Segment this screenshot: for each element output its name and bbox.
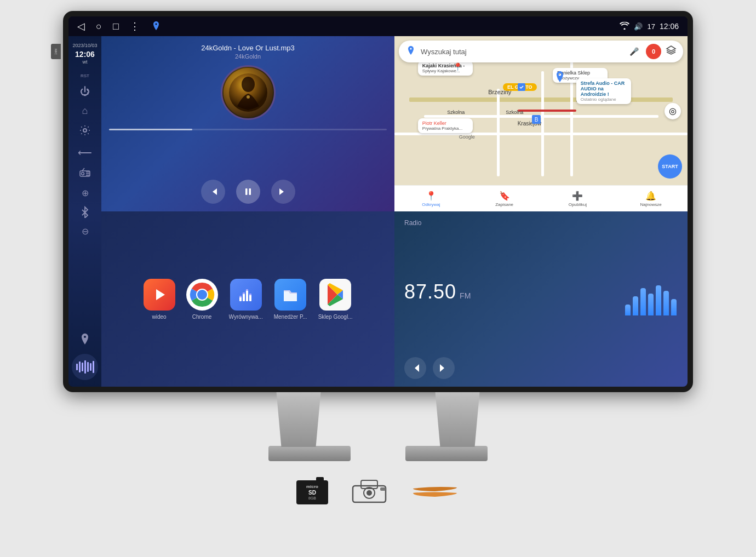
svg-rect-27 [239,297,242,301]
main-content: 2023/10/03 12:06 wt RST ⏻ ⌂ ⟵ [68,36,688,387]
nav-recent-btn[interactable]: □ [113,21,119,32]
svg-point-11 [247,95,250,99]
nav-back-btn[interactable]: ◁ [77,20,85,32]
content-panels: 24kGoldn - Love Or Lust.mp3 24kGoldn [101,36,688,387]
map-bottom-nav: 📍 Odkrywaj 🔖 Zapisane ➕ Opublikuj [394,185,688,211]
stand-foot-right [405,446,488,461]
accessories: micro SD 8GB [296,478,460,507]
screen: ◁ ○ □ ⋮ [68,16,688,387]
svg-rect-34 [249,294,251,295]
home-icon[interactable]: ⌂ [82,105,88,117]
nav-home-btn[interactable]: ○ [96,21,102,32]
radio-band: FM [460,291,471,300]
svg-rect-28 [243,294,245,301]
svg-point-2 [82,172,84,175]
app-equalizer[interactable]: Wyrównywa... [229,279,263,320]
time-display: 12:06 [72,49,97,59]
odkrywaj-icon: 📍 [426,191,437,201]
side-buttons-left: MIC [51,44,61,59]
day-display: wt [72,59,97,66]
app-wideo-label: wideo [152,314,166,320]
volume-icon: 🔊 [634,22,643,31]
svg-rect-30 [249,295,251,301]
music-panel: 24kGoldn - Love Or Lust.mp3 24kGoldn [101,36,394,211]
app-play-label: Sklep Googl... [318,314,353,320]
map-nav-najnowsze[interactable]: 🔔 Najnowsze [614,186,688,211]
nav-maps-btn[interactable] [151,20,162,33]
map-compass-btn[interactable]: ◎ [665,103,681,119]
radio-panel: Radio 87.50 FM [394,211,688,387]
svg-rect-29 [246,290,248,301]
map-pin-2 [555,71,564,84]
stand-arm-left [274,392,323,447]
radio-visualizer [625,283,677,315]
odkrywaj-label: Odkrywaj [422,202,440,207]
radio-next-btn[interactable] [433,357,455,379]
sd-capacity: 8GB [306,496,318,501]
rst-btn[interactable]: RST [81,73,89,78]
svg-point-39 [366,490,372,496]
status-right-icons: 🔊 17 12:06 [620,22,679,31]
wifi-icon [620,22,629,31]
svg-rect-33 [246,289,248,291]
opublikuj-icon: ➕ [572,191,583,201]
map-search-bar: Wyszukaj tutaj 🎤 0 [399,41,683,62]
pause-btn[interactable] [236,180,260,204]
apps-panel: wideo [101,211,394,387]
map-pin-krasiejow: B [532,115,541,125]
music-title: 24kGoldn - Love Or Lust.mp3 [109,44,387,52]
app-wideo[interactable]: wideo [144,279,175,320]
settings-icon[interactable] [79,124,91,139]
radio-prev-btn[interactable] [404,357,426,379]
bluetooth-icon[interactable] [80,206,90,221]
device-frame: MIC ◁ ○ □ ⋮ [63,11,693,461]
map-poi-kajaki[interactable]: Kajaki Krasieńka - Spływy Kajakowe... [418,61,473,76]
prev-btn[interactable] [201,180,225,204]
mic-label: MIC [51,44,61,59]
map-poi-piotr[interactable]: Piotr Keller Prywatna Praktyka... [418,118,473,133]
power-icon[interactable]: ⏻ [80,86,90,97]
next-btn[interactable] [271,180,295,204]
app-chrome-label: Chrome [192,314,212,320]
app-eq-label: Wyrównywa... [229,314,263,320]
map-rec-indicator: 0 [646,44,661,59]
stand-foot-left [268,446,351,461]
apps-grid: wideo [144,279,353,320]
radio-frequency: 87.50 [404,280,456,303]
add-icon[interactable]: ⊕ [82,188,89,198]
map-nav-opublikuj[interactable]: ➕ Opublikuj [541,186,615,211]
map-search-input[interactable]: Wyszukaj tutaj [421,48,622,56]
app-filemanager[interactable]: Menedżer P... [274,279,307,320]
app-chrome[interactable]: Chrome [186,279,218,320]
map-start-btn[interactable]: START [658,154,682,179]
back-icon[interactable]: ⟵ [78,147,92,159]
camera-bracket-accessory [350,478,388,507]
svg-marker-17 [156,289,165,300]
radio-label: Radio [404,219,678,227]
nav-more-btn[interactable]: ⋮ [130,20,140,32]
svg-point-26 [197,290,207,300]
svg-rect-40 [380,487,386,491]
location-icon[interactable] [79,332,90,348]
tools-accessory [410,483,460,502]
radio-icon[interactable] [79,166,91,180]
album-art [221,65,276,120]
svg-point-0 [83,129,87,132]
clock: 12:06 [660,22,679,31]
maps-logo-icon [405,45,416,59]
eq-button[interactable] [72,354,98,380]
map-poi-strefa[interactable]: Strefa Audio - CAR AUDIO na Androidzie !… [576,78,631,104]
map-nav-odkrywaj[interactable]: 📍 Odkrywaj [394,186,468,211]
datetime-display: 2023/10/03 12:06 wt [72,43,97,66]
subtract-icon[interactable]: ⊖ [82,226,89,237]
radio-controls [404,357,678,379]
music-artist: 24kGoldn [109,53,387,60]
app-playstore[interactable]: Sklep Googl... [318,279,353,320]
map-mic-btn[interactable]: 🎤 [626,44,642,59]
stand-arm-right [433,392,482,447]
nav-buttons: ◁ ○ □ ⋮ [77,20,162,33]
device-stand [63,392,693,447]
map-layers-btn[interactable] [666,45,677,58]
map-pin-3 [518,83,525,93]
map-nav-zapisane[interactable]: 🔖 Zapisane [468,186,541,211]
